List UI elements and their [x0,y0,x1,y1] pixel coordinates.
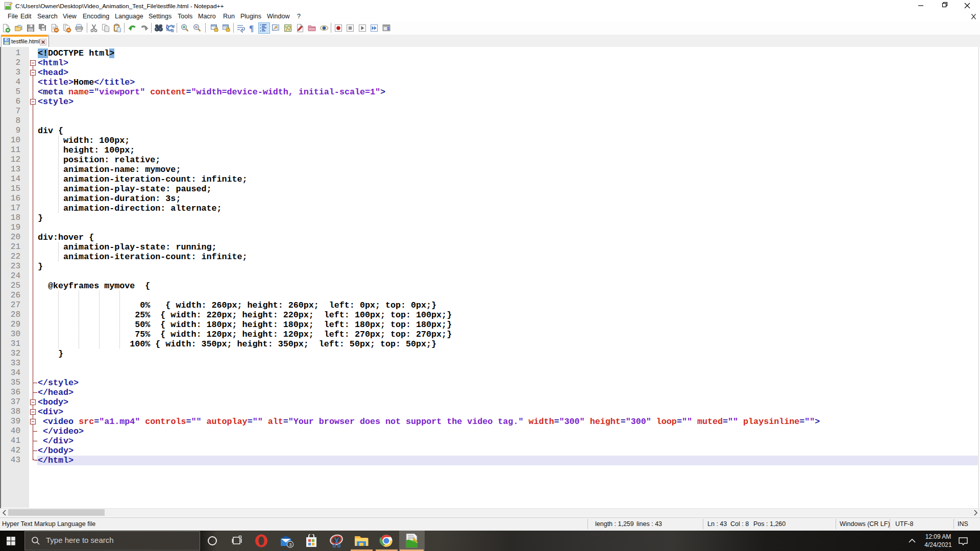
svg-text:¶: ¶ [249,23,254,33]
svg-text:3: 3 [289,542,291,547]
